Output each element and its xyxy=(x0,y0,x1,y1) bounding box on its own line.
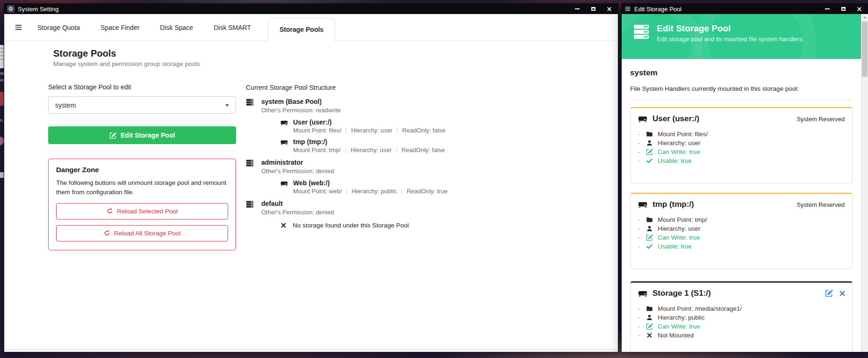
danger-zone-card: Danger Zone The following buttons will u… xyxy=(48,159,236,250)
tab-storage-quota[interactable]: Storage Quota xyxy=(37,24,80,31)
handler-property: Can Write: true xyxy=(638,322,845,331)
tab-disk-space[interactable]: Disk Space xyxy=(160,24,193,31)
header-subtitle: Edit storage pool and its mounted file s… xyxy=(657,36,803,43)
minimize-button[interactable] xyxy=(569,4,585,14)
person-icon xyxy=(646,225,653,232)
pool-permission: Other's Permission: denied xyxy=(261,167,573,175)
pool-name: system (Base Pool) xyxy=(261,98,322,106)
pool-permission: Other's Permission: denied xyxy=(261,208,573,216)
storage-pool-select[interactable]: system xyxy=(48,96,236,114)
maximize-button[interactable] xyxy=(835,4,851,14)
pool-structure-column: Current Storage Pool Structure system (B… xyxy=(246,84,573,234)
handler-item: Web (web:/) Mount Point: web/ Hierarchy:… xyxy=(280,179,573,195)
pool-name: default xyxy=(261,200,283,208)
edit-pool-body: system File System Handlers currently mo… xyxy=(622,59,861,352)
pool-item: system (Base Pool) Other's Permission: r… xyxy=(246,98,573,154)
empty-pool-message: No storage found under this Storage Pool xyxy=(280,222,573,229)
edit-pool-titlebar: Edit Storage Pool xyxy=(622,4,868,14)
close-button[interactable] xyxy=(851,4,867,14)
menu-icon xyxy=(624,6,631,12)
close-button[interactable] xyxy=(601,4,617,14)
handler-card-title: tmp (tmp:/) xyxy=(653,200,694,209)
handler-card-actions xyxy=(825,289,846,297)
folder-icon xyxy=(646,305,653,312)
window-title: Edit Storage Pool xyxy=(634,6,681,13)
window-controls xyxy=(819,4,867,14)
pool-name-heading: system xyxy=(630,68,853,78)
handler-property: Hierarchy: public xyxy=(638,313,845,322)
maximize-button[interactable] xyxy=(585,4,601,14)
folder-icon xyxy=(646,216,653,223)
danger-zone-description: The following buttons will unmount stora… xyxy=(56,178,228,197)
handler-property: Mount Point: files/ xyxy=(638,130,845,139)
handler-card-user: User (user:/) System Reserved Mount Poin… xyxy=(630,107,853,183)
handler-property: Mount Point: tmp/ xyxy=(638,215,845,224)
select-pool-label: Select a Storage Pool to edit xyxy=(48,83,236,91)
system-reserved-badge: System Reserved xyxy=(796,201,845,208)
handler-name: User (user:/) xyxy=(293,118,331,126)
pool-item: administrator Other's Permission: denied… xyxy=(246,159,573,195)
reload-all-storage-pool-button[interactable]: Reload All Storage Pool xyxy=(56,225,228,241)
handler-details: Mount Point: web/ Hierarchy: public Read… xyxy=(293,187,573,195)
handler-details: Mount Point: tmp/ Hierarchy: user ReadOn… xyxy=(293,146,573,154)
edit-icon xyxy=(646,234,653,241)
scrollbar[interactable] xyxy=(861,14,868,352)
window-controls xyxy=(569,4,617,14)
tab-disk-smart[interactable]: Disk SMART xyxy=(214,24,251,31)
handler-item: tmp (tmp:/) Mount Point: tmp/ Hierarchy:… xyxy=(280,138,573,154)
handler-card-title: User (user:/) xyxy=(653,114,699,124)
scroll-up-arrow[interactable] xyxy=(861,14,868,21)
handler-details: Mount Point: files/ Hierarchy: user Read… xyxy=(293,126,573,134)
pool-editor-column: Storage Pools Manage system and permissi… xyxy=(48,48,236,250)
tab-storage-pools[interactable]: Storage Pools xyxy=(268,18,335,41)
remove-handler-icon[interactable] xyxy=(839,290,846,297)
desktop: { "left_window": { "title": "System Sett… xyxy=(0,0,868,358)
hdd-icon xyxy=(638,114,647,124)
page-title: Storage Pools xyxy=(53,48,236,59)
hdd-icon xyxy=(638,289,647,298)
system-reserved-badge: System Reserved xyxy=(796,116,845,123)
scrollbar-thumb[interactable] xyxy=(862,22,868,77)
server-icon xyxy=(246,159,254,167)
person-icon xyxy=(646,314,653,321)
storage-pool-tree: system (Base Pool) Other's Permission: r… xyxy=(246,98,573,229)
pool-permission: Other's Permission: readwrite xyxy=(261,106,573,114)
edit-icon xyxy=(646,323,653,330)
pool-item: default Other's Permission: denied No st… xyxy=(246,200,573,229)
minimize-button[interactable] xyxy=(819,4,835,14)
edit-pool-header: Edit Storage Pool Edit storage pool and … xyxy=(622,14,861,59)
close-icon xyxy=(857,7,862,12)
edit-handler-icon[interactable] xyxy=(825,289,833,297)
danger-zone-title: Danger Zone xyxy=(56,166,228,174)
system-setting-window: ⚙ System Setting Storage Quota Space Fin… xyxy=(4,4,618,352)
handler-property: Can Write: true xyxy=(638,233,845,242)
edit-icon xyxy=(646,148,653,155)
pool-name: administrator xyxy=(261,159,303,167)
handler-property: Hierarchy: user xyxy=(638,224,845,233)
server-icon xyxy=(633,23,650,40)
handler-name: Web (web:/) xyxy=(293,179,330,187)
person-icon xyxy=(646,139,653,146)
desktop-icon-fragment xyxy=(0,137,4,145)
desktop-icon-fragment xyxy=(0,92,4,106)
tab-space-finder[interactable]: Space Finder xyxy=(100,24,139,31)
handler-card-title: Storage 1 (S1:/) xyxy=(653,289,711,298)
edit-storage-pool-window: Edit Storage Pool Edit Storage Pool Edit… xyxy=(622,4,868,352)
hdd-icon xyxy=(280,180,288,187)
server-icon xyxy=(246,98,254,106)
structure-label: Current Storage Pool Structure xyxy=(246,84,573,91)
handler-property: Hierarchy: user xyxy=(638,139,845,147)
server-icon xyxy=(246,200,254,208)
handler-name: tmp (tmp:/) xyxy=(293,138,327,146)
storage-pools-page: Storage Pools Manage system and permissi… xyxy=(4,42,618,349)
handler-property: Mount Point: /media/storage1/ xyxy=(638,304,845,313)
handler-card-storage1: Storage 1 (S1:/) Mount Point: /media/sto… xyxy=(630,281,853,352)
menu-icon[interactable] xyxy=(14,23,22,31)
edit-icon xyxy=(109,132,116,139)
edit-storage-pool-button[interactable]: Edit Storage Pool xyxy=(48,126,236,144)
handler-card-tmp: tmp (tmp:/) System Reserved Mount Point:… xyxy=(630,193,853,269)
refresh-icon xyxy=(104,230,110,236)
desktop-icon-fragment xyxy=(0,172,4,178)
reload-selected-pool-button[interactable]: Reload Selected Pool xyxy=(56,203,228,219)
x-icon xyxy=(280,222,287,228)
